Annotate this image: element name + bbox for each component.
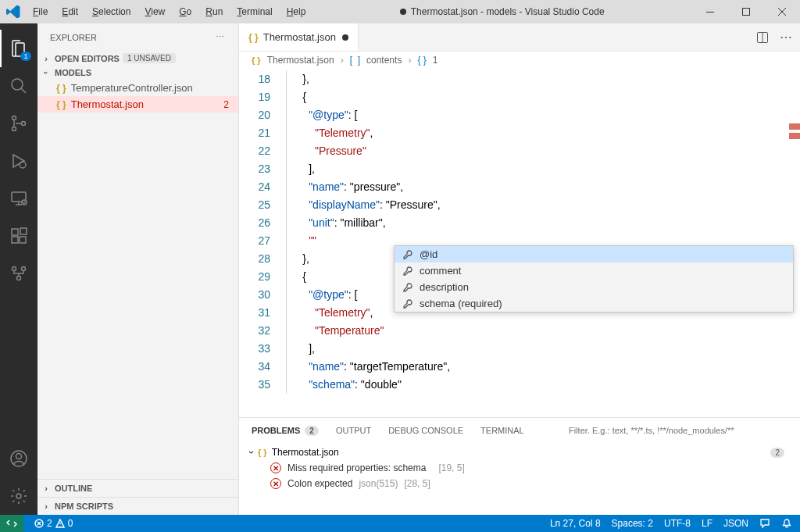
code-line[interactable]: "schema": "double" [284,376,800,394]
breadcrumbs[interactable]: { } Thermostat.json › [ ] contents › { }… [239,52,800,69]
breadcrumb-index[interactable]: 1 [433,55,438,66]
code-editor[interactable]: 181920212223242526272829303132333435 }, … [239,69,800,417]
menu-help[interactable]: Help [280,3,312,20]
editor-more-icon[interactable]: ⋯ [780,30,794,45]
code-line[interactable]: { [284,88,800,106]
status-feedback-icon[interactable] [759,518,770,529]
code-line[interactable]: "Telemetry", [284,124,800,142]
problem-location: [28, 5] [404,478,430,489]
suggest-item[interactable]: comment [395,262,793,279]
minimize-button[interactable] [692,0,728,23]
activity-git-graph[interactable] [0,255,38,292]
code-line[interactable]: "displayName": "Pressure", [284,196,800,214]
code-line[interactable]: "unit": "millibar", [284,214,800,232]
vscode-logo-icon [6,5,20,19]
status-encoding[interactable]: UTF-8 [664,518,691,529]
chevron-right-icon: › [41,54,52,63]
code-line[interactable]: "@type": [ [284,106,800,124]
chevron-down-icon: › [41,67,51,78]
error-count: 2 [47,518,52,529]
open-editors-header[interactable]: › OPEN EDITORS 1 UNSAVED [38,51,238,66]
menu-terminal[interactable]: Terminal [230,3,278,20]
suggest-widget[interactable]: @idcommentdescriptionschema (required) [394,245,794,312]
json-icon: { } [56,83,66,94]
activity-remote-explorer[interactable] [0,180,38,217]
activity-extensions[interactable] [0,217,38,255]
suggest-label: @id [420,248,438,260]
problems-file-name: Thermostat.json [272,447,339,458]
menu-go[interactable]: Go [173,3,198,20]
activity-explorer[interactable]: 1 [0,30,38,67]
menu-edit[interactable]: Edit [55,3,84,20]
maximize-button[interactable] [728,0,764,23]
minimap[interactable] [789,69,800,417]
sidebar-header: EXPLORER ⋯ [38,23,238,51]
activity-account[interactable] [0,440,38,477]
activity-settings[interactable] [0,477,38,515]
menu-file[interactable]: File [27,3,54,20]
status-language[interactable]: JSON [723,518,748,529]
svg-point-18 [16,494,21,498]
activity-run-debug[interactable] [0,142,38,180]
status-remote[interactable] [0,515,23,532]
json-icon: { } [252,55,261,65]
menu-selection[interactable]: Selection [86,3,137,20]
npm-scripts-header[interactable]: › NPM SCRIPTS [38,497,238,515]
chevron-right-icon: › [341,55,344,66]
workspace-header[interactable]: › MODELS [38,66,238,80]
status-notifications-icon[interactable] [781,518,792,529]
code-line[interactable]: ], [284,160,800,178]
status-cursor-position[interactable]: Ln 27, Col 8 [550,518,601,529]
sidebar-more-icon[interactable]: ⋯ [216,32,226,42]
problems-filter-input[interactable] [569,426,788,435]
close-button[interactable] [764,0,800,23]
problem-item[interactable]: ✕Miss required properties: schema [19, 5… [247,460,792,476]
error-icon: ✕ [270,462,281,473]
tab-thermostat[interactable]: { } Thermostat.json [239,23,359,51]
code-line[interactable]: "name": "targetTemperature", [284,358,800,376]
activity-search[interactable] [0,67,38,105]
svg-point-5 [22,122,26,126]
chevron-down-icon: › [246,451,257,454]
suggest-item[interactable]: @id [395,246,793,262]
status-errors-warnings[interactable]: 2 0 [34,518,73,529]
suggest-label: description [420,281,469,293]
activity-source-control[interactable] [0,105,38,142]
menu-run[interactable]: Run [199,3,229,20]
problems-count-badge: 2 [305,426,319,436]
problem-message: Colon expected [288,478,352,489]
split-editor-icon[interactable] [756,31,769,44]
bottom-panel: PROBLEMS 2 OUTPUT DEBUG CONSOLE TERMINAL… [239,417,800,515]
window-controls [692,0,800,23]
file-item[interactable]: { }Thermostat.json2 [38,96,238,112]
chevron-right-icon: › [408,55,411,66]
panel-tab-terminal[interactable]: TERMINAL [480,426,524,435]
suggest-item[interactable]: description [395,279,793,295]
editor-tabs: { } Thermostat.json ⋯ [239,23,800,52]
error-icon: ✕ [270,478,281,489]
panel-tab-problems[interactable]: PROBLEMS 2 [252,426,319,436]
outline-label: OUTLINE [55,484,92,493]
code-line[interactable]: "Temperature" [284,322,800,340]
minimap-error-marker [789,123,800,130]
outline-header[interactable]: › OUTLINE [38,479,238,497]
problem-item[interactable]: ✕Colon expected json(515) [28, 5] [247,476,792,491]
status-indentation[interactable]: Spaces: 2 [612,518,653,529]
json-icon: { } [248,32,259,43]
code-line[interactable]: ], [284,340,800,358]
breadcrumb-contents[interactable]: contents [366,55,402,66]
menu-view[interactable]: View [138,3,171,20]
code-line[interactable]: "Pressure" [284,142,800,160]
wrench-icon [402,298,413,309]
panel-tab-debug-console[interactable]: DEBUG CONSOLE [388,426,463,435]
code-line[interactable]: "name": "pressure", [284,178,800,196]
panel-tab-output[interactable]: OUTPUT [336,426,371,435]
status-eol[interactable]: LF [702,518,712,529]
code-line[interactable]: }, [284,70,800,88]
problems-file-row[interactable]: › { } Thermostat.json 2 [247,445,792,460]
problem-location: [19, 5] [438,462,464,473]
suggest-item[interactable]: schema (required) [395,295,793,312]
warning-count: 0 [68,518,73,529]
breadcrumb-file[interactable]: Thermostat.json [267,55,334,66]
file-item[interactable]: { }TemperatureController.json [38,80,238,96]
